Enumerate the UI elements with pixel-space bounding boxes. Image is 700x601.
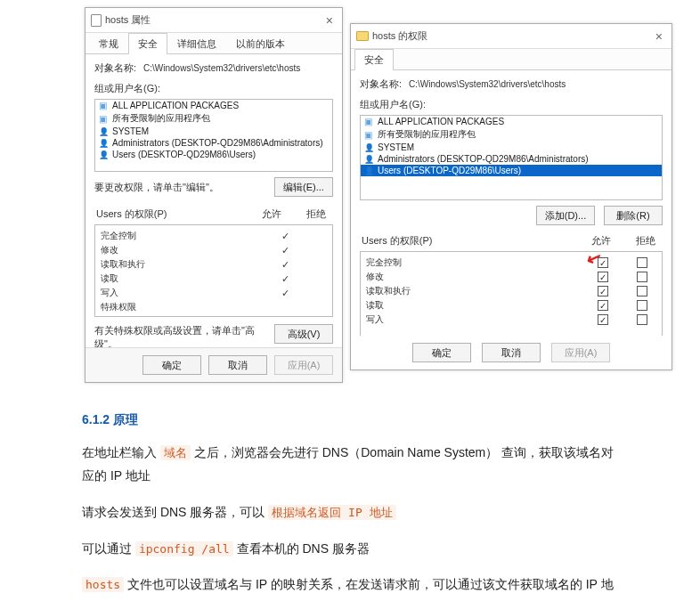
list-item[interactable]: ALL APPLICATION PACKAGES [95,100,332,111]
edit-hint: 要更改权限，请单击"编辑"。 [94,181,219,194]
perm-row: 读取和执行✓ [366,284,656,298]
deny-checkbox[interactable] [637,300,647,311]
group-listbox[interactable]: ALL APPLICATION PACKAGES 所有受限制的应用程序包 SYS… [360,115,663,200]
check-icon: ✓ [281,245,289,256]
paragraph: 请求会发送到 DNS 服务器，可以 根据域名返回 IP 地址 [82,500,618,524]
tab-details[interactable]: 详细信息 [167,33,226,54]
close-icon[interactable]: × [322,13,337,28]
cancel-button[interactable]: 取消 [482,343,541,362]
user-icon [364,142,374,152]
list-item[interactable]: ALL APPLICATION PACKAGES [361,116,662,127]
perm-row: 特殊权限 [101,300,327,314]
code-inline: hosts [82,577,124,592]
dialogs-area: hosts 属性 × 常规 安全 详细信息 以前的版本 对象名称: C:\Win… [0,0,700,392]
group-label: 组或用户名(G): [360,98,663,111]
perm-row: 读取✓ [366,298,656,313]
code-inline: 根据域名返回 IP 地址 [268,505,395,520]
code-inline: 域名 [160,445,191,460]
tab-security[interactable]: 安全 [354,49,394,70]
close-icon[interactable]: × [652,29,666,44]
perm-row: 完全控制✓ [366,256,656,270]
list-item[interactable]: 所有受限制的应用程序包 [361,127,662,142]
perm-header-label: Users 的权限(P) [96,207,167,221]
allow-checkbox[interactable]: ✓ [598,314,608,325]
section-heading: 6.1.2 原理 [82,408,618,432]
allow-checkbox[interactable]: ✓ [598,286,608,296]
tab-security[interactable]: 安全 [128,33,167,54]
list-item[interactable]: 所有受限制的应用程序包 [95,111,332,126]
titlebar: hosts 的权限 × [351,24,672,49]
tab-previous[interactable]: 以前的版本 [226,33,295,54]
dialog-body: 对象名称: C:\Windows\System32\drivers\etc\ho… [351,70,672,345]
package-icon [99,101,109,110]
apply-button[interactable]: 应用(A) [274,355,333,375]
package-icon [364,117,374,126]
list-item[interactable]: Administrators (DESKTOP-QD29M86\Administ… [95,137,332,149]
dialog-title: hosts 的权限 [372,29,427,43]
document-icon [91,14,102,27]
check-icon: ✓ [281,288,289,299]
remove-button[interactable]: 删除(R) [604,206,663,225]
permission-list: 完全控制✓ 修改✓ 读取和执行✓ 读取✓ 写入✓ 特殊权限 [94,224,333,317]
code-inline: ipconfig /all [135,541,233,556]
dialog-title: hosts 属性 [105,13,151,27]
ok-button[interactable]: 确定 [412,343,471,362]
permissions-dialog: hosts 的权限 × 安全 对象名称: C:\Windows\System32… [350,23,672,370]
deny-checkbox[interactable] [637,314,647,325]
permission-list: 完全控制✓ 修改✓ 读取和执行✓ 读取✓ 写入✓ [360,251,663,338]
dialog-body: 对象名称: C:\Windows\System32\drivers\etc\ho… [85,54,342,358]
deny-checkbox[interactable] [637,257,647,268]
paragraph: 可以通过 ipconfig /all 查看本机的 DNS 服务器 [82,537,618,561]
folder-icon [356,31,369,41]
perm-row: 读取✓ [101,272,327,286]
list-item[interactable]: Administrators (DESKTOP-QD29M86\Administ… [361,153,662,165]
group-listbox[interactable]: ALL APPLICATION PACKAGES 所有受限制的应用程序包 SYS… [94,99,333,172]
perm-row: 修改✓ [101,243,327,257]
edit-button[interactable]: 编辑(E)... [274,177,333,197]
object-name-value: C:\Windows\System32\drivers\etc\hosts [409,79,566,89]
user-icon [364,166,374,175]
list-item[interactable]: Users (DESKTOP-QD29M86\Users) [95,149,332,160]
titlebar: hosts 属性 × [85,8,342,33]
allow-checkbox[interactable]: ✓ [598,272,608,282]
perm-row: 完全控制✓ [101,229,327,243]
deny-header: 拒绝 [636,234,655,248]
user-icon [99,150,109,159]
perm-row: 写入✓ [366,313,656,327]
object-name-value: C:\Windows\System32\drivers\etc\hosts [143,63,300,73]
dialog-buttons: 确定 取消 应用(A) [85,347,342,382]
list-item[interactable]: SYSTEM [95,126,332,137]
user-icon [364,154,374,164]
check-icon: ✓ [281,259,289,271]
user-icon [99,138,109,148]
tab-general[interactable]: 常规 [89,33,128,54]
allow-header: 允许 [262,207,281,221]
tab-bar: 安全 [351,49,672,70]
apply-button[interactable]: 应用(A) [551,343,610,362]
perm-row: 读取和执行✓ [101,257,327,272]
perm-header-label: Users 的权限(P) [362,234,432,248]
package-icon [364,130,374,140]
cancel-button[interactable]: 取消 [208,355,267,375]
perm-row: 写入✓ [101,286,327,300]
properties-dialog: hosts 属性 × 常规 安全 详细信息 以前的版本 对象名称: C:\Win… [85,7,343,383]
group-label: 组或用户名(G): [94,82,333,95]
ok-button[interactable]: 确定 [142,355,201,375]
object-name-label: 对象名称: [94,61,136,75]
check-icon: ✓ [281,231,289,242]
list-item[interactable]: Users (DESKTOP-QD29M86\Users) [361,165,662,176]
allow-checkbox[interactable]: ✓ [598,300,608,311]
dialog-buttons: 确定 取消 应用(A) [351,336,672,370]
object-name-label: 对象名称: [360,77,402,91]
tab-bar: 常规 安全 详细信息 以前的版本 [85,33,342,54]
user-icon [99,126,109,136]
add-button[interactable]: 添加(D)... [536,206,595,225]
article-body: 6.1.2 原理 在地址栏输入 域名 之后，浏览器会先进行 DNS（Domain… [0,392,700,601]
paragraph: 在地址栏输入 域名 之后，浏览器会先进行 DNS（Domain Name Sys… [82,441,618,488]
deny-checkbox[interactable] [637,286,647,296]
list-item[interactable]: SYSTEM [361,142,662,153]
package-icon [99,114,109,124]
deny-header: 拒绝 [306,207,326,221]
deny-checkbox[interactable] [637,272,647,282]
advanced-button[interactable]: 高级(V) [274,324,333,344]
